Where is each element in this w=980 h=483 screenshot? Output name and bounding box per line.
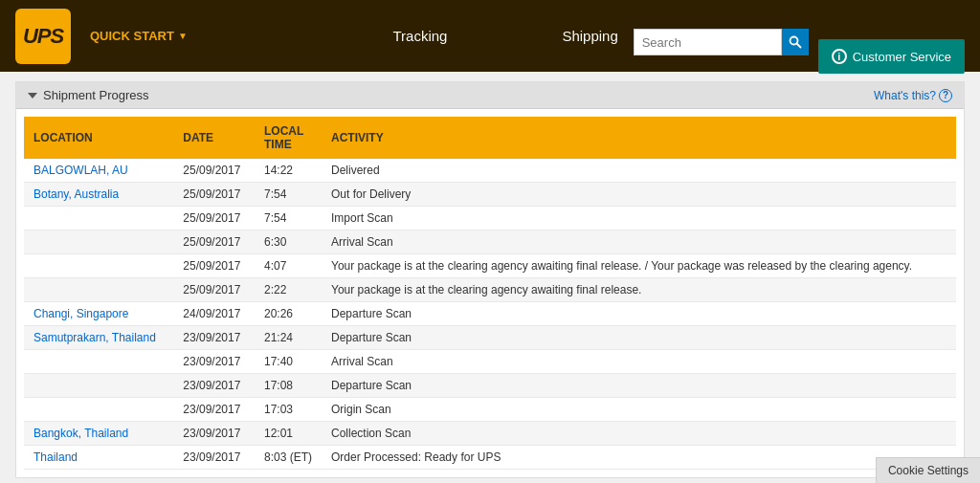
info-icon: i (832, 49, 847, 64)
cell-location (24, 398, 173, 422)
table-body: BALGOWLAH, AU25/09/201714:22DeliveredBot… (24, 159, 956, 470)
table-row: Botany, Australia25/09/20177:54Out for D… (24, 183, 956, 207)
cell-date: 24/09/2017 (173, 302, 255, 326)
cell-date: 25/09/2017 (173, 207, 255, 231)
search-button[interactable] (782, 29, 809, 55)
cell-activity: Delivered (322, 159, 956, 183)
search-input[interactable] (634, 29, 782, 55)
shipment-title-wrap: Shipment Progress (28, 88, 149, 102)
table-row: BALGOWLAH, AU25/09/201714:22Delivered (24, 159, 956, 183)
cell-location (24, 254, 173, 278)
cell-location[interactable]: Changi, Singapore (24, 302, 173, 326)
ups-logo[interactable]: UPS (15, 9, 71, 64)
customer-service-button[interactable]: i Customer Service (818, 39, 965, 74)
cell-activity: Collection Scan (322, 422, 956, 446)
cell-date: 23/09/2017 (173, 398, 255, 422)
table-row: 23/09/201717:08Departure Scan (24, 374, 956, 398)
svg-point-0 (790, 37, 797, 45)
col-location: LOCATION (24, 117, 173, 159)
table-row: 25/09/20176:30Arrival Scan (24, 231, 956, 254)
table-row: 25/09/20174:07Your package is at the cle… (24, 254, 956, 278)
search-box (634, 29, 809, 55)
shipment-title: Shipment Progress (43, 88, 149, 102)
table-header: LOCATION DATE LOCAL TIME ACTIVITY (24, 117, 956, 159)
quick-start-arrow-icon: ▼ (178, 31, 188, 41)
table-row: Bangkok, Thailand23/09/201712:01Collecti… (24, 422, 956, 446)
cell-time: 7:54 (255, 183, 322, 207)
cell-time: 17:03 (255, 398, 322, 422)
cell-time: 7:54 (255, 207, 322, 231)
col-date: DATE (173, 117, 255, 159)
cell-location (24, 231, 173, 254)
cell-activity: Out for Delivery (322, 183, 956, 207)
table-row: 23/09/201717:03Origin Scan (24, 398, 956, 422)
cell-date: 23/09/2017 (173, 374, 255, 398)
shipment-header: Shipment Progress What's this? ? (16, 82, 964, 109)
collapse-icon[interactable] (28, 93, 37, 99)
table-row: Changi, Singapore24/09/201720:26Departur… (24, 302, 956, 326)
cell-date: 25/09/2017 (173, 254, 255, 278)
cell-time: 21:24 (255, 326, 322, 350)
cell-location (24, 350, 173, 374)
cell-location[interactable]: BALGOWLAH, AU (24, 159, 173, 183)
table-row: 23/09/201717:40Arrival Scan (24, 350, 956, 374)
cell-location[interactable]: Botany, Australia (24, 183, 173, 207)
cell-date: 25/09/2017 (173, 159, 255, 183)
table-row: Samutprakarn, Thailand23/09/201721:24Dep… (24, 326, 956, 350)
cell-location (24, 207, 173, 231)
cell-location[interactable]: Samutprakarn, Thailand (24, 326, 173, 350)
cell-date: 23/09/2017 (173, 350, 255, 374)
cell-date: 23/09/2017 (173, 446, 255, 470)
cookie-settings-button[interactable]: Cookie Settings (876, 457, 980, 483)
cell-date: 25/09/2017 (173, 278, 255, 302)
cell-location[interactable]: Thailand (24, 446, 173, 470)
table-row: 25/09/20177:54Import Scan (24, 207, 956, 231)
cell-date: 25/09/2017 (173, 231, 255, 254)
quick-start-label: QUICK START (90, 29, 174, 43)
cell-activity: Departure Scan (322, 302, 956, 326)
cell-activity: Departure Scan (322, 374, 956, 398)
header: UPS QUICK START ▼ Tracking Shipping Serv… (0, 0, 980, 72)
main-content: Shipment Progress What's this? ? LOCATIO… (0, 72, 980, 483)
customer-service-label: Customer Service (853, 50, 951, 64)
cell-time: 17:08 (255, 374, 322, 398)
nav-tracking[interactable]: Tracking (335, 28, 504, 44)
cell-activity: Departure Scan (322, 326, 956, 350)
cell-time: 20:26 (255, 302, 322, 326)
cell-time: 12:01 (255, 422, 322, 446)
tracking-table: LOCATION DATE LOCAL TIME ACTIVITY BALGOW… (24, 117, 956, 470)
whats-this-label: What's this? (874, 89, 936, 102)
cell-date: 25/09/2017 (173, 183, 255, 207)
cell-date: 23/09/2017 (173, 422, 255, 446)
quick-start-button[interactable]: QUICK START ▼ (90, 29, 188, 43)
cell-activity: Your package is at the clearing agency a… (322, 254, 956, 278)
cell-time: 6:30 (255, 231, 322, 254)
cell-activity: Import Scan (322, 207, 956, 231)
cell-activity: Origin Scan (322, 398, 956, 422)
cell-time: 4:07 (255, 254, 322, 278)
cell-location (24, 278, 173, 302)
cell-date: 23/09/2017 (173, 326, 255, 350)
cell-activity: Your package is at the clearing agency a… (322, 278, 956, 302)
search-icon (789, 35, 802, 49)
cell-activity: Arrival Scan (322, 350, 956, 374)
cell-time: 14:22 (255, 159, 322, 183)
table-wrap: LOCATION DATE LOCAL TIME ACTIVITY BALGOW… (16, 109, 964, 477)
cookie-settings-label: Cookie Settings (888, 464, 969, 477)
whats-this-link[interactable]: What's this? ? (874, 89, 952, 102)
cell-time: 8:03 (ET) (255, 446, 322, 470)
cell-activity: Arrival Scan (322, 231, 956, 254)
cell-time: 2:22 (255, 278, 322, 302)
header-right: i Customer Service (634, 11, 965, 74)
table-row: Thailand23/09/20178:03 (ET)Order Process… (24, 446, 956, 470)
cell-activity: Order Processed: Ready for UPS (322, 446, 956, 470)
cell-time: 17:40 (255, 350, 322, 374)
svg-line-1 (796, 44, 801, 49)
col-activity: ACTIVITY (322, 117, 956, 159)
cell-location (24, 374, 173, 398)
shipment-section: Shipment Progress What's this? ? LOCATIO… (15, 81, 965, 478)
logo-text: UPS (23, 24, 63, 49)
col-local-time: LOCAL TIME (255, 117, 322, 159)
cell-location[interactable]: Bangkok, Thailand (24, 422, 173, 446)
question-icon: ? (939, 89, 952, 102)
